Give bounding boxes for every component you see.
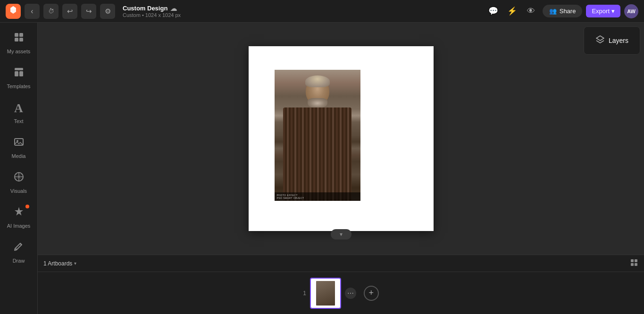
avatar[interactable]: AW xyxy=(624,4,638,18)
export-label: Export xyxy=(592,8,610,15)
title-area: Custom Design ☁ Custom • 1024 x 1024 px xyxy=(123,5,482,18)
thumbnail-image xyxy=(316,281,335,306)
canvas[interactable]: PHOTO EFFECT PSD SMART OBJECT xyxy=(249,46,434,231)
eye-button[interactable]: 👁 xyxy=(524,4,539,19)
visuals-icon xyxy=(13,171,25,185)
artboards-chevron-icon: ▾ xyxy=(74,261,76,266)
settings-button[interactable]: ⚙ xyxy=(100,4,115,19)
media-label: Media xyxy=(12,153,26,159)
svg-rect-4 xyxy=(15,68,23,70)
logo[interactable] xyxy=(6,4,21,19)
collapse-handle[interactable]: ▾ xyxy=(331,229,351,240)
media-icon xyxy=(13,136,25,150)
header-right: 💬 ⚡ 👁 👥 Share Export ▾ AW xyxy=(486,4,638,19)
timer-icon: ⏱ xyxy=(48,8,54,15)
redo-button[interactable]: ↪ xyxy=(81,4,96,19)
canvas-area: Layers xyxy=(38,23,644,314)
sidebar-item-ai-images[interactable]: AI Images xyxy=(3,201,35,234)
sidebar: My assets Templates A Text xyxy=(0,23,38,314)
export-button[interactable]: Export ▾ xyxy=(586,5,620,17)
photo-overlay: PHOTO EFFECT PSD SMART OBJECT xyxy=(275,192,360,201)
photo-person xyxy=(275,70,360,201)
svg-rect-2 xyxy=(15,38,18,41)
draw-label: Draw xyxy=(13,258,25,264)
artboards-toggle[interactable]: 1 Artboards ▾ xyxy=(43,260,76,267)
photo-inner: PHOTO EFFECT PSD SMART OBJECT xyxy=(275,70,360,201)
svg-point-10 xyxy=(16,248,17,250)
artboards-grid-button[interactable] xyxy=(630,258,638,269)
templates-icon xyxy=(13,66,25,81)
text-icon: A xyxy=(14,101,23,116)
group-icon: 👥 xyxy=(549,8,557,15)
add-icon: + xyxy=(369,288,374,298)
header: ‹ ⏱ ↩ ↪ ⚙ Custom Design ☁ Custom • 1024 … xyxy=(0,0,644,23)
undo-button[interactable]: ↩ xyxy=(62,4,77,19)
logo-icon xyxy=(8,5,18,17)
my-assets-icon xyxy=(13,32,25,46)
more-icon: ⋯ xyxy=(347,289,354,297)
sidebar-item-templates[interactable]: Templates xyxy=(3,61,35,94)
svg-rect-11 xyxy=(631,259,634,262)
thumbnail-number: 1 xyxy=(303,290,306,297)
collapse-icon: ▾ xyxy=(340,231,343,238)
svg-rect-1 xyxy=(19,33,23,37)
svg-rect-6 xyxy=(19,71,23,76)
notification-dot xyxy=(25,205,29,208)
sidebar-item-media[interactable]: Media xyxy=(3,131,35,164)
canvas-wrapper: PHOTO EFFECT PSD SMART OBJECT ▾ xyxy=(38,23,644,255)
sidebar-item-visuals[interactable]: Visuals xyxy=(3,166,35,199)
thumbnail-strip: 1 ⋯ + xyxy=(38,272,644,314)
text-label: Text xyxy=(14,118,23,124)
svg-rect-14 xyxy=(635,263,637,266)
export-chevron-icon: ▾ xyxy=(611,8,615,15)
artboards-bar: 1 Artboards ▾ xyxy=(38,255,644,272)
svg-rect-3 xyxy=(19,38,23,41)
back-icon: ‹ xyxy=(31,7,33,16)
undo-icon: ↩ xyxy=(67,7,73,16)
settings-icon: ⚙ xyxy=(105,7,111,16)
svg-rect-5 xyxy=(15,71,18,76)
header-subtitle: Custom • 1024 x 1024 px xyxy=(123,12,482,18)
sidebar-item-my-assets[interactable]: My assets xyxy=(3,26,35,59)
cloud-icon: ☁ xyxy=(170,5,177,12)
svg-rect-12 xyxy=(635,259,637,262)
back-button[interactable]: ‹ xyxy=(25,4,40,19)
ai-images-label: AI Images xyxy=(7,223,31,229)
chat-btn-wrapper: 💬 xyxy=(486,4,501,19)
lightning-btn-wrapper: ⚡ xyxy=(505,4,520,19)
thumbnail-more-button[interactable]: ⋯ xyxy=(345,288,356,299)
sidebar-item-draw[interactable]: Draw xyxy=(3,236,35,269)
chat-icon: 💬 xyxy=(488,6,498,16)
redo-icon: ↪ xyxy=(86,7,92,16)
draw-icon xyxy=(13,241,25,255)
header-title: Custom Design ☁ xyxy=(123,5,482,12)
thumbnail-card-1[interactable] xyxy=(310,278,341,309)
timer-button[interactable]: ⏱ xyxy=(43,4,59,19)
templates-label: Templates xyxy=(7,83,30,89)
artboards-label-text: 1 Artboards xyxy=(43,260,72,267)
visuals-label: Visuals xyxy=(10,188,27,194)
share-label: Share xyxy=(560,8,576,15)
thumbnail-inner xyxy=(311,279,340,308)
sidebar-item-text[interactable]: A Text xyxy=(3,96,35,129)
my-assets-label: My assets xyxy=(7,49,31,54)
canvas-photo[interactable]: PHOTO EFFECT PSD SMART OBJECT xyxy=(275,70,360,201)
add-artboard-button[interactable]: + xyxy=(364,286,379,301)
share-button[interactable]: 👥 Share xyxy=(543,5,583,17)
main-area: My assets Templates A Text xyxy=(0,23,644,314)
chat-button[interactable]: 💬 xyxy=(486,4,501,19)
eye-icon: 👁 xyxy=(527,7,535,16)
ai-images-icon xyxy=(13,206,25,220)
svg-rect-0 xyxy=(15,33,18,37)
lightning-button[interactable]: ⚡ xyxy=(505,4,520,19)
lightning-icon: ⚡ xyxy=(507,6,517,16)
svg-rect-13 xyxy=(631,263,634,266)
psd-smart-label: PSD SMART OBJECT xyxy=(277,197,358,199)
title-text: Custom Design xyxy=(123,5,167,12)
